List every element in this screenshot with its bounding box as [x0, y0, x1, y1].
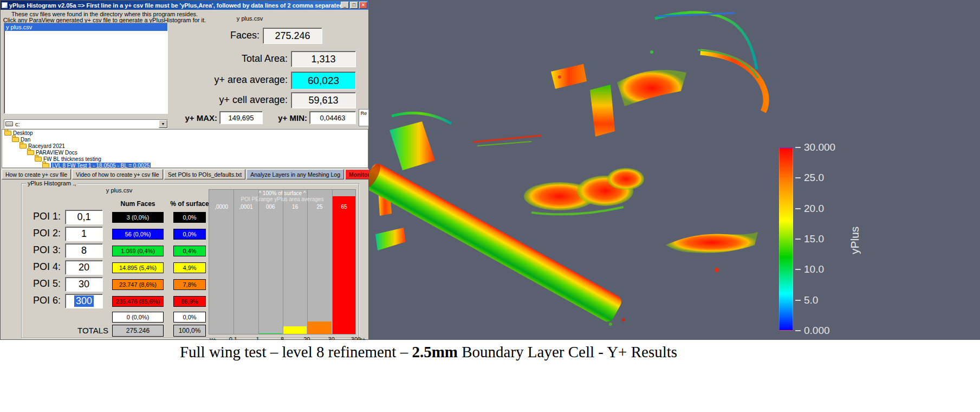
pct-surface-box: 86,9%: [173, 296, 206, 307]
drive-icon: [5, 121, 13, 126]
tree-item[interactable]: LVL 8 FW Test 1 - 18.0505 - BL = 0.0025: [2, 162, 368, 168]
tree-item-label: PARAVIEW Docs: [36, 150, 77, 156]
figure-caption: Full wing test – level 8 refinement – 2.…: [0, 343, 857, 361]
tree-item-label: FW BL thickness testing: [43, 156, 101, 162]
drive-selector[interactable]: c: ▼: [4, 119, 168, 128]
total-area-value: 1,313: [291, 51, 356, 67]
yplus-min-value: 0,04463: [309, 111, 356, 124]
app-icon: [2, 2, 8, 8]
toolbar-button[interactable]: Analyze Layers in any Meshing Log: [246, 169, 344, 179]
colorbar-tick-label: 10.0: [804, 263, 824, 275]
poi-label: POI 5:: [22, 278, 61, 289]
poi-value-input[interactable]: 1: [65, 227, 103, 241]
viewport[interactable]: yPlus 30.00025.020.015.010.05.00.000: [369, 0, 980, 340]
yplus-area-average-value: 60,023: [291, 72, 356, 89]
mid-streak-green: [477, 141, 531, 146]
toolbar-button[interactable]: Video of how to create y+ csv file: [72, 169, 163, 179]
poi-value-text: 20: [79, 262, 89, 273]
yplus-histogram-window: yPlus Histogram v2.05a => First line in …: [0, 0, 369, 340]
poi-row: POI 2:156 (0,0%)0,0%: [22, 227, 217, 243]
poi-value-text: 1: [81, 228, 87, 240]
poi-row: POI 1:0,13 (0,0%)0,0%: [22, 210, 217, 227]
colorbar-tick-label: 5.0: [804, 294, 818, 306]
maximize-button-icon[interactable]: □: [350, 2, 358, 9]
poi-rows: POI 1:0,13 (0,0%)0,0%POI 2:156 (0,0%)0,0…: [22, 210, 217, 311]
poi-value-input[interactable]: 0,1: [65, 210, 103, 224]
totals-num-faces: 275.246: [112, 325, 164, 337]
left-lower-element: [375, 228, 406, 250]
title-bar[interactable]: yPlus Histogram v2.05a => First line in …: [1, 1, 368, 10]
colorbar-tick: [795, 147, 801, 148]
truncated-side-button[interactable]: Re: [359, 109, 369, 126]
speck-2: [558, 75, 561, 79]
window-controls: _ □ ×: [341, 2, 367, 9]
yplus-min-label: y+ MIN:: [266, 113, 307, 123]
num-faces-box: 1.069 (0,4%): [112, 246, 164, 256]
chevron-down-icon[interactable]: ▼: [159, 120, 167, 128]
poi-value-input[interactable]: 20: [65, 260, 103, 275]
file-list-item[interactable]: y plus.csv: [4, 23, 167, 31]
tree-item[interactable]: Desktop: [2, 130, 368, 136]
num-faces-box: 56 (0,0%): [112, 229, 164, 240]
colorbar-tick: [795, 208, 801, 209]
folder-icon: [35, 157, 42, 162]
poi-label: POI 6:: [22, 295, 61, 306]
tree-item[interactable]: FW BL thickness testing: [2, 156, 368, 162]
toolbar-button[interactable]: Monitor Incoming Plot Da: [345, 169, 369, 179]
folder-icon: [20, 144, 27, 149]
colorbar-tick-label: 0.000: [804, 325, 830, 337]
tree-item[interactable]: Dan: [2, 136, 368, 143]
caption-strip: Full wing test – level 8 refinement – 2.…: [0, 340, 980, 412]
poi-label: POI 1:: [22, 211, 61, 222]
yplus-cell-average-value: 59,613: [291, 92, 356, 108]
faces-value: 275.246: [263, 28, 322, 44]
chart-bin-average-label: 16: [292, 204, 298, 210]
spare-num-faces-box: 0 (0,0%): [112, 312, 164, 323]
tree-item[interactable]: PARAVIEW Docs: [2, 149, 368, 156]
poi-value-input[interactable]: 300: [65, 294, 103, 308]
toolbar-button[interactable]: Set POIs to POIs_defaults.txt: [164, 169, 246, 179]
colorbar-tick-label: 30.000: [804, 141, 835, 153]
yplus-histogram-group: yPlus Histogram ., y plus.csv Num Faces …: [21, 183, 359, 338]
colorbar-title: yPlus: [848, 199, 861, 281]
chart-bar: [259, 333, 282, 334]
wing-geometry: [369, 12, 766, 326]
pct-surface-box: 0,0%: [173, 212, 206, 223]
csv-file-list[interactable]: y plus.csv: [4, 23, 168, 114]
tree-item[interactable]: Raceyard 2021: [2, 143, 368, 149]
chart-top-label: ^ 100% of surface ^: [209, 190, 355, 196]
histogram-csv-label: y plus.csv: [87, 187, 152, 194]
directory-tree[interactable]: DesktopDanRaceyard 2021PARAVIEW DocsFW B…: [2, 129, 368, 168]
directory-info-text: These csv files were found in the direct…: [3, 11, 206, 23]
chart-bin-average-label: 006: [266, 204, 275, 210]
num-faces-box: 3 (0,0%): [112, 212, 164, 223]
chart-bar: [283, 326, 307, 334]
chart-bar: [333, 196, 356, 334]
num-faces-box: 14.895 (5,4%): [112, 262, 164, 273]
poi-value-input[interactable]: 8: [65, 243, 103, 258]
folder-icon: [4, 131, 11, 136]
pct-surface-box: 7,8%: [173, 279, 206, 290]
chart-gridline: [233, 190, 234, 334]
close-button-icon[interactable]: ×: [359, 2, 367, 9]
chart-gridline: [307, 190, 308, 334]
poi-row: POI 4:2014.895 (5,4%)4,9%: [22, 260, 217, 277]
chart-bin-average-label: 65: [341, 204, 347, 210]
yplus-max-value: 149,695: [219, 111, 263, 124]
poi-value-text: 8: [81, 245, 87, 256]
chart-bin-average-label: ,0001: [239, 204, 252, 210]
tree-item-label: LVL 8 FW Test 1 - 18.0505 - BL = 0.0025: [51, 163, 151, 169]
right-flap-band: [617, 70, 686, 106]
speck-1: [650, 50, 653, 54]
caption-suffix: Boundary Layer Cell - Y+ Results: [458, 343, 677, 360]
faces-label: Faces:: [168, 30, 259, 41]
speck-3: [715, 268, 719, 272]
poi-label: POI 4:: [22, 261, 61, 273]
poi-value-input[interactable]: 30: [65, 277, 103, 292]
group-title: yPlus Histogram .,: [26, 180, 77, 186]
toolbar-button[interactable]: How to create y+ csv file: [2, 169, 71, 179]
pct-surface-header: % of surface: [164, 200, 216, 208]
caption-bold: 2.5mm: [412, 343, 458, 360]
minimize-button-icon[interactable]: _: [341, 2, 349, 9]
pct-surface-box: 0,0%: [173, 229, 206, 240]
